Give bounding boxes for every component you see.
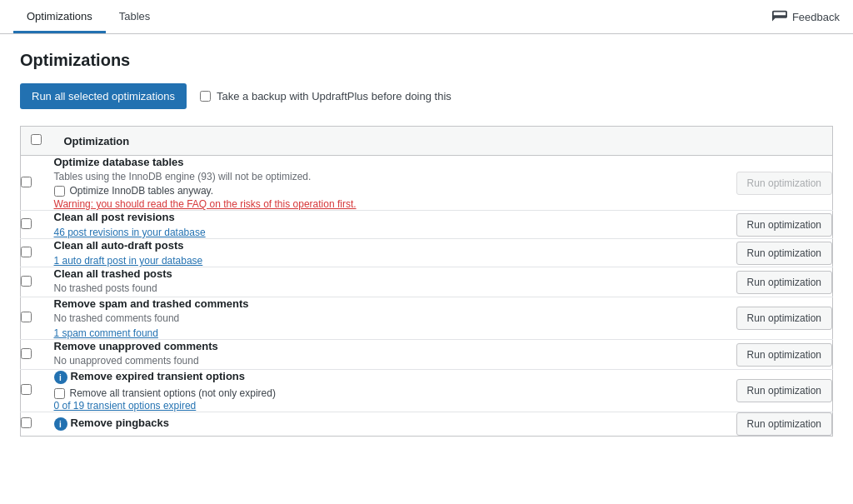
- opt-table-body: Optimize database tablesTables using the…: [21, 156, 833, 437]
- backup-checkbox[interactable]: [200, 91, 211, 102]
- row-title: Remove pingbacks: [71, 417, 170, 429]
- row-action-cell: Run optimization: [700, 412, 833, 437]
- row-title: Remove expired transient options: [71, 370, 246, 382]
- table-row: iRemove pingbacksRun optimization: [21, 412, 833, 437]
- svg-rect-1: [778, 13, 780, 15]
- row-content-cell: Remove unapproved commentsNo unapproved …: [54, 340, 700, 370]
- row-link[interactable]: 1 auto draft post in your database: [54, 255, 203, 267]
- row-sub-check[interactable]: Remove all transient options (not only e…: [54, 387, 700, 399]
- row-title: Clean all trashed posts: [54, 267, 172, 280]
- header-check-cell: [21, 127, 54, 156]
- table-row: Clean all trashed postsNo trashed posts …: [21, 267, 833, 297]
- row-content-cell: Optimize database tablesTables using the…: [54, 156, 700, 211]
- sub-check-label: Optimize InnoDB tables anyway.: [70, 185, 214, 197]
- select-all-checkbox[interactable]: [31, 134, 42, 145]
- feedback-icon: [772, 9, 787, 24]
- svg-rect-2: [781, 13, 783, 15]
- row-checkbox[interactable]: [21, 384, 32, 395]
- run-optimization-button[interactable]: Run optimization: [736, 271, 832, 294]
- row-content-cell: Clean all trashed postsNo trashed posts …: [54, 267, 700, 297]
- row-link[interactable]: 46 post revisions in your database: [54, 227, 206, 238]
- row-checkbox[interactable]: [21, 312, 32, 322]
- row-check-cell: [21, 211, 54, 239]
- row-content-cell: Clean all auto-draft posts1 auto draft p…: [54, 239, 700, 267]
- row-checkbox[interactable]: [21, 218, 32, 229]
- row-action-cell: Run optimization: [700, 267, 833, 297]
- row-content-cell: Remove spam and trashed commentsNo trash…: [54, 297, 700, 340]
- backup-checkbox-label[interactable]: Take a backup with UpdraftPlus before do…: [200, 90, 451, 102]
- top-nav: Optimizations Tables Feedback: [0, 0, 853, 34]
- sub-check-label: Remove all transient options (not only e…: [70, 387, 276, 399]
- run-optimization-button[interactable]: Run optimization: [736, 172, 832, 195]
- row-check-cell: [21, 156, 54, 211]
- backup-label: Take a backup with UpdraftPlus before do…: [217, 90, 451, 102]
- row-action-cell: Run optimization: [700, 211, 833, 239]
- row-check-cell: [21, 340, 54, 370]
- row-desc: No unapproved comments found: [54, 355, 700, 367]
- row-title: Remove spam and trashed comments: [54, 297, 249, 310]
- row-checkbox[interactable]: [21, 177, 32, 187]
- row-checkbox[interactable]: [21, 417, 32, 428]
- run-optimization-button[interactable]: Run optimization: [736, 307, 832, 330]
- table-row: Clean all auto-draft posts1 auto draft p…: [21, 239, 833, 267]
- page-wrapper: Optimizations Tables Feedback Optimizati…: [0, 0, 853, 504]
- row-title: Remove unapproved comments: [54, 340, 218, 352]
- run-optimization-button[interactable]: Run optimization: [736, 412, 832, 436]
- table-row: Clean all post revisions46 post revision…: [21, 211, 833, 239]
- run-optimization-button[interactable]: Run optimization: [736, 379, 832, 402]
- row-content-cell: iRemove pingbacks: [54, 412, 700, 437]
- row-check-cell: [21, 370, 54, 412]
- feedback-button[interactable]: Feedback: [772, 2, 840, 31]
- page-title: Optimizations: [20, 51, 833, 70]
- row-check-cell: [21, 412, 54, 437]
- run-all-button[interactable]: Run all selected optimizations: [20, 83, 187, 109]
- svg-rect-0: [776, 13, 777, 15]
- info-icon: i: [54, 371, 67, 384]
- feedback-label: Feedback: [792, 11, 840, 23]
- row-check-cell: [21, 239, 54, 267]
- table-row: Optimize database tablesTables using the…: [21, 156, 833, 211]
- run-optimization-button[interactable]: Run optimization: [736, 242, 832, 265]
- row-desc: No trashed posts found: [54, 282, 700, 294]
- row-action-cell: Run optimization: [700, 239, 833, 267]
- row-action-cell: Run optimization: [700, 156, 833, 211]
- toolbar: Run all selected optimizations Take a ba…: [20, 83, 833, 109]
- table-row: Remove spam and trashed commentsNo trash…: [21, 297, 833, 340]
- row-title: Clean all auto-draft posts: [54, 239, 184, 252]
- row-link[interactable]: 1 spam comment found: [54, 327, 158, 339]
- optimizations-table: Optimization Optimize database tablesTab…: [20, 126, 833, 437]
- row-link[interactable]: 0 of 19 transient options expired: [54, 400, 197, 412]
- row-warning-link[interactable]: Warning: you should read the FAQ on the …: [54, 198, 700, 210]
- row-checkbox[interactable]: [21, 348, 32, 359]
- tab-tables[interactable]: Tables: [106, 0, 164, 33]
- run-optimization-button[interactable]: Run optimization: [736, 343, 832, 367]
- row-sub-check[interactable]: Optimize InnoDB tables anyway.: [54, 185, 700, 197]
- row-title: Optimize database tables: [54, 156, 184, 168]
- row-checkbox[interactable]: [21, 247, 32, 257]
- table-row: iRemove expired transient optionsRemove …: [21, 370, 833, 412]
- header-optimization: Optimization: [54, 127, 833, 156]
- row-check-cell: [21, 267, 54, 297]
- row-title: Clean all post revisions: [54, 211, 175, 223]
- run-optimization-button[interactable]: Run optimization: [736, 213, 832, 237]
- row-action-cell: Run optimization: [700, 297, 833, 340]
- row-checkbox[interactable]: [21, 276, 32, 287]
- sub-checkbox[interactable]: [54, 388, 65, 399]
- row-content-cell: Clean all post revisions46 post revision…: [54, 211, 700, 239]
- sub-checkbox[interactable]: [54, 186, 65, 197]
- row-content-cell: iRemove expired transient optionsRemove …: [54, 370, 700, 412]
- table-row: Remove unapproved commentsNo unapproved …: [21, 340, 833, 370]
- info-icon: i: [54, 417, 67, 431]
- main-content: Optimizations Run all selected optimizat…: [0, 34, 853, 453]
- row-action-cell: Run optimization: [700, 340, 833, 370]
- row-action-cell: Run optimization: [700, 370, 833, 412]
- row-check-cell: [21, 297, 54, 340]
- row-desc: No trashed comments found: [54, 312, 700, 324]
- row-desc: Tables using the InnoDB engine (93) will…: [54, 171, 700, 182]
- tab-optimizations[interactable]: Optimizations: [13, 0, 106, 33]
- nav-tabs: Optimizations Tables: [13, 0, 163, 33]
- table-header-row: Optimization: [21, 127, 833, 156]
